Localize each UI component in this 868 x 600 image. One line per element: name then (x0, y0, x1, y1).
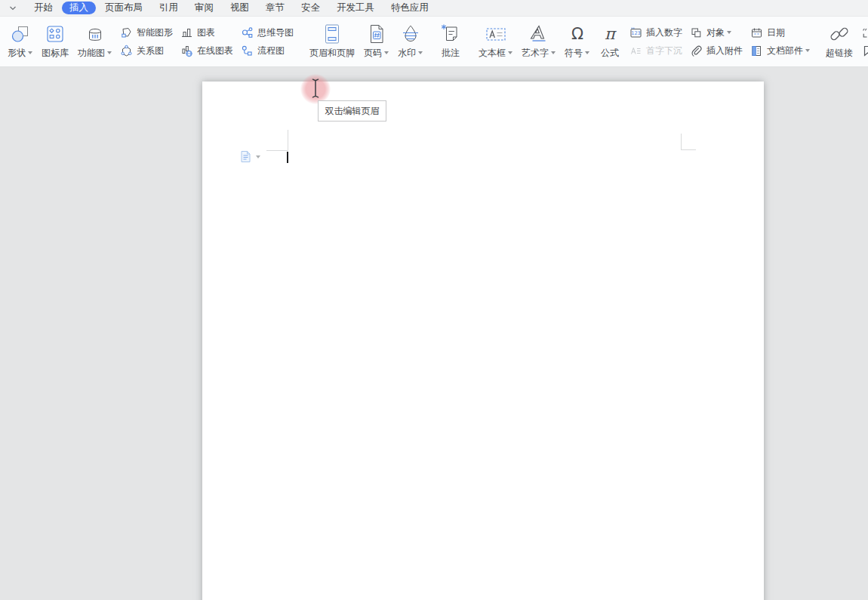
relation-diagram-button[interactable]: 关系图 (120, 45, 173, 57)
chevron-down-icon (508, 51, 512, 54)
object-button[interactable]: 对象 (690, 26, 743, 39)
document-area: 双击编辑页眉 (0, 67, 868, 600)
ribbon-toolbar: 形状 图标库 功能图 智能图形 关系图 图 (0, 17, 868, 67)
cross-reference-button[interactable]: 交叉引用 (861, 26, 868, 39)
document-page[interactable] (202, 82, 764, 600)
header-footer-button[interactable]: 页眉和页脚 (305, 17, 359, 66)
smart-graphic-button[interactable]: 智能图形 (120, 26, 173, 39)
paperclip-icon (690, 45, 703, 57)
header-edit-tooltip: 双击编辑页眉 (318, 100, 386, 122)
insert-stack-col2: 对象 插入附件 (686, 17, 746, 66)
tab-special-features[interactable]: 特色应用 (383, 2, 436, 14)
svg-text:123: 123 (631, 30, 640, 36)
chevron-down-icon (28, 51, 32, 54)
tab-view[interactable]: 视图 (223, 2, 257, 14)
tab-page-layout[interactable]: 页面布局 (97, 2, 150, 14)
icon-library-button[interactable]: 图标库 (37, 17, 73, 66)
flowchart-icon (241, 45, 254, 57)
page-number-button[interactable]: 页码 (359, 17, 393, 66)
chevron-down-icon (585, 51, 589, 54)
smart-graphic-icon (120, 26, 133, 39)
document-parts-button[interactable]: 文档部件 (750, 45, 810, 57)
watermark-button[interactable]: 水印 (393, 17, 427, 66)
shapes-icon (11, 21, 30, 47)
formula-button[interactable]: π 公式 (594, 17, 626, 66)
symbol-omega-icon: Ω (566, 21, 589, 47)
text-box-button[interactable]: 文本框 (474, 17, 517, 66)
links-stack-col: 交叉引用 书签 (857, 17, 868, 66)
chevron-down-icon (418, 51, 423, 54)
shapes-button[interactable]: 形状 (3, 17, 37, 66)
chevron-down-icon (256, 155, 260, 158)
bookmark-icon (861, 45, 868, 57)
diagram-stack-col3: 思维导图 流程图 (237, 17, 297, 66)
insert-stack-col1: 123 插入数字 首字下沉 (626, 17, 686, 66)
chevron-down-icon (551, 51, 556, 54)
word-art-icon (528, 21, 550, 47)
calendar-icon (750, 26, 763, 39)
tab-section[interactable]: 章节 (258, 2, 292, 14)
diagram-stack-col1: 智能图形 关系图 (116, 17, 177, 66)
insert-number-icon: 123 (629, 26, 642, 39)
document-parts-icon (750, 45, 763, 57)
chevron-down-icon (805, 49, 810, 52)
function-diagram-icon (85, 21, 105, 47)
chart-button[interactable]: 图表 (180, 26, 233, 39)
ibeam-cursor (310, 78, 321, 99)
collapse-ribbon-icon[interactable] (0, 5, 26, 11)
tab-security[interactable]: 安全 (294, 2, 328, 14)
symbol-button[interactable]: Ω 符号 (560, 17, 594, 66)
icon-library-icon (45, 21, 65, 47)
page-options-icon (240, 150, 251, 163)
flowchart-button[interactable]: 流程图 (241, 45, 294, 57)
mind-map-icon (241, 26, 254, 39)
comment-icon (439, 21, 462, 47)
cross-reference-icon (861, 26, 868, 39)
chevron-down-icon (384, 51, 389, 54)
function-diagram-button[interactable]: 功能图 (73, 17, 116, 66)
date-button[interactable]: 日期 (750, 26, 810, 39)
comment-button[interactable]: 批注 (435, 17, 466, 66)
tab-insert[interactable]: 插入 (62, 2, 96, 14)
watermark-icon (399, 21, 422, 47)
chevron-down-icon (727, 31, 731, 34)
chart-icon (180, 26, 193, 39)
drop-cap-button: 首字下沉 (629, 45, 682, 57)
page-options-button[interactable] (240, 150, 260, 163)
formula-pi-icon: π (599, 21, 621, 47)
text-box-icon (485, 21, 507, 47)
tab-developer-tools[interactable]: 开发工具 (329, 2, 382, 14)
online-chart-button[interactable]: 在线图表 (180, 45, 233, 57)
chevron-down-icon (107, 51, 112, 54)
online-chart-icon (180, 45, 193, 57)
word-art-button[interactable]: 艺术字 (517, 17, 560, 66)
header-footer-icon (321, 21, 343, 47)
header-margin-corner-left (266, 130, 288, 151)
insert-stack-col3: 日期 文档部件 (746, 17, 814, 66)
hyperlink-button[interactable]: 超链接 (821, 17, 857, 66)
attachment-button[interactable]: 插入附件 (690, 45, 743, 57)
relation-diagram-icon (120, 45, 133, 57)
diagram-stack-col2: 图表 在线图表 (177, 17, 237, 66)
bookmark-button[interactable]: 书签 (861, 45, 868, 57)
page-number-icon (365, 21, 388, 47)
tab-references[interactable]: 引用 (152, 2, 186, 14)
object-icon (690, 26, 703, 39)
insert-number-button[interactable]: 123 插入数字 (629, 26, 682, 39)
text-caret (287, 152, 288, 163)
svg-text:π: π (605, 25, 617, 43)
mind-map-button[interactable]: 思维导图 (241, 26, 294, 39)
header-margin-corner-right (681, 134, 696, 150)
drop-cap-icon (629, 45, 642, 57)
tab-review[interactable]: 审阅 (187, 2, 221, 14)
hyperlink-chain-icon (828, 21, 851, 47)
menu-tab-bar: 开始 插入 页面布局 引用 审阅 视图 章节 安全 开发工具 特色应用 (0, 0, 868, 17)
tab-home[interactable]: 开始 (26, 2, 60, 14)
svg-text:Ω: Ω (571, 25, 583, 43)
